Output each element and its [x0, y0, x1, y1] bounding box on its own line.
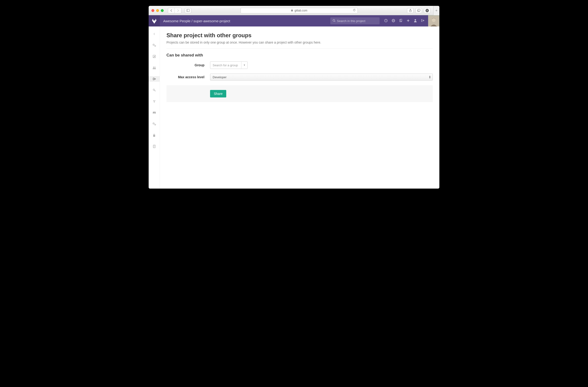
svg-point-34: [153, 123, 154, 124]
plus-icon[interactable]: [407, 19, 410, 23]
breadcrumb-group-link[interactable]: Awesome People: [163, 19, 190, 23]
share-icon[interactable]: [149, 76, 160, 82]
svg-point-21: [153, 44, 154, 45]
svg-rect-2: [291, 10, 293, 11]
webhooks-icon[interactable]: [149, 99, 160, 104]
window-zoom-button[interactable]: [161, 9, 164, 12]
window-close-button[interactable]: [151, 9, 154, 12]
svg-rect-37: [153, 135, 155, 136]
help-icon[interactable]: ?: [384, 19, 388, 23]
form-row-access: Max access level Developer ▲▼: [167, 74, 433, 81]
share-sheet-button[interactable]: [407, 8, 414, 13]
sidebar-collapse-button[interactable]: [149, 31, 160, 37]
download-arrow-icon: [425, 9, 429, 12]
svg-point-19: [432, 18, 436, 22]
page-title: Share project with other groups: [167, 32, 433, 39]
clipboard-icon[interactable]: [399, 19, 402, 23]
address-host: gitlab.com: [294, 9, 307, 12]
tabs-overview-button[interactable]: [416, 8, 422, 13]
svg-rect-16: [400, 19, 402, 21]
access-label: Max access level: [167, 75, 210, 79]
svg-point-7: [155, 20, 155, 20]
address-bar[interactable]: gitlab.com: [241, 8, 358, 13]
nav-back-button[interactable]: [168, 8, 175, 13]
share-button[interactable]: Share: [210, 90, 226, 97]
breadcrumb: Awesome People / super-awesome-project: [160, 19, 230, 23]
svg-point-25: [153, 67, 154, 68]
svg-rect-5: [418, 9, 420, 11]
address-bar-wrap: gitlab.com: [193, 8, 405, 13]
svg-point-17: [415, 19, 416, 21]
search-input[interactable]: [337, 19, 377, 23]
svg-line-9: [335, 21, 335, 22]
safari-window: gitlab.com +: [149, 6, 439, 189]
svg-point-26: [154, 67, 155, 68]
section-title: Can be shared with: [167, 53, 433, 58]
nav-back-forward: [168, 8, 181, 13]
breadcrumb-sep: /: [190, 19, 193, 23]
user-icon[interactable]: [414, 19, 417, 23]
form-row-group: Group Search for a group ▼: [167, 61, 433, 69]
left-sidebar: git: [149, 26, 160, 189]
breadcrumb-project-link[interactable]: super-awesome-project: [193, 19, 230, 23]
group-select-placeholder: Search for a group: [210, 63, 241, 67]
svg-point-36: [155, 124, 155, 125]
new-tab-button[interactable]: +: [433, 6, 439, 15]
svg-point-23: [155, 46, 155, 46]
safari-right-tools: [407, 8, 430, 13]
access-select-wrap: Developer ▲▼: [210, 74, 433, 81]
edit-icon[interactable]: [149, 54, 160, 59]
svg-text:git: git: [153, 112, 155, 114]
safari-toolbar: gitlab.com +: [149, 6, 439, 15]
project-search[interactable]: [330, 17, 379, 24]
avatar-image: [429, 16, 439, 26]
globe-icon[interactable]: [392, 19, 395, 23]
svg-point-8: [333, 19, 335, 21]
search-icon: [333, 19, 336, 23]
reload-button[interactable]: [353, 9, 356, 12]
lock-icon: [291, 9, 293, 12]
topbar-icons: ?: [379, 19, 428, 23]
window-controls: [151, 9, 164, 12]
deploy-keys-icon[interactable]: [149, 87, 160, 93]
chevron-down-icon: ▼: [241, 62, 247, 69]
audit-log-icon[interactable]: [149, 144, 160, 149]
actions-bar: Share: [167, 85, 433, 102]
tanuki-icon: [151, 18, 158, 24]
group-members-icon[interactable]: [149, 65, 160, 71]
nav-forward-button[interactable]: [175, 8, 181, 13]
svg-text:?: ?: [385, 19, 386, 22]
avatar[interactable]: [428, 15, 439, 26]
access-level-select[interactable]: Developer: [210, 74, 433, 81]
group-select[interactable]: Search for a group ▼: [210, 61, 248, 69]
services-icon[interactable]: [149, 121, 160, 127]
svg-point-6: [153, 20, 154, 20]
safari-sidebar-button[interactable]: [185, 8, 191, 13]
gitlab-logo[interactable]: [149, 15, 160, 26]
svg-rect-0: [187, 9, 190, 12]
group-label: Group: [167, 63, 210, 67]
project-settings-icon[interactable]: [149, 42, 160, 48]
git-hooks-icon[interactable]: git: [149, 110, 160, 116]
gitlab-topbar: Awesome People / super-awesome-project ?: [149, 15, 439, 26]
main-content: Share project with other groups Projects…: [160, 26, 439, 189]
gitlab-app: Awesome People / super-awesome-project ?: [149, 15, 439, 189]
protected-branches-icon[interactable]: [149, 132, 160, 138]
sign-out-icon[interactable]: [421, 19, 424, 23]
window-minimize-button[interactable]: [156, 9, 159, 12]
downloads-button[interactable]: [424, 8, 430, 13]
body-row: git Share project with other groups Proj…: [149, 26, 439, 189]
page-description: Projects can be stored in only one group…: [167, 40, 433, 49]
